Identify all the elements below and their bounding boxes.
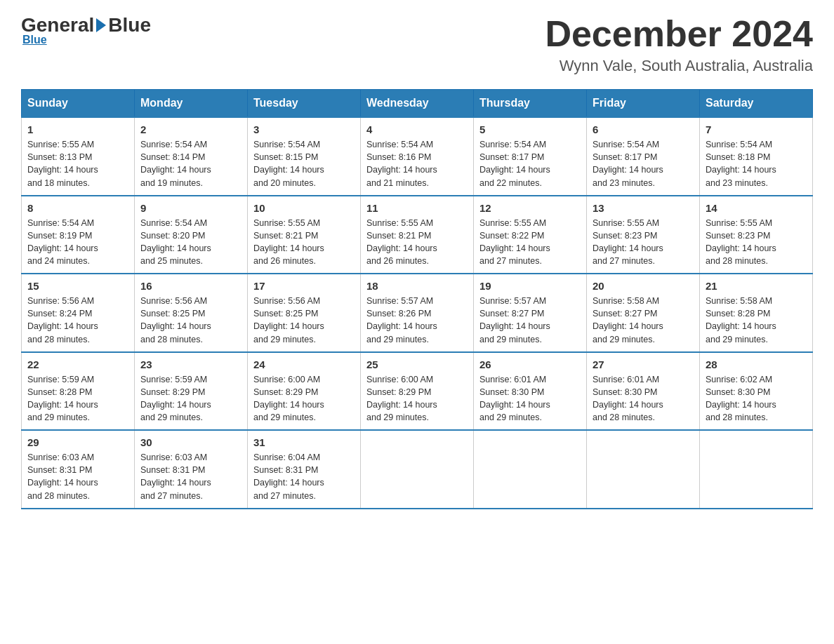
day-number: 9 — [140, 202, 241, 214]
day-number: 17 — [253, 280, 355, 292]
calendar-header-row: SundayMondayTuesdayWednesdayThursdayFrid… — [22, 90, 813, 118]
day-info: Sunrise: 6:01 AM Sunset: 8:30 PM Dayligh… — [593, 373, 694, 424]
day-info: Sunrise: 5:55 AM Sunset: 8:22 PM Dayligh… — [479, 217, 581, 268]
day-info: Sunrise: 6:04 AM Sunset: 8:31 PM Dayligh… — [253, 451, 355, 502]
day-number: 20 — [593, 280, 694, 292]
day-info: Sunrise: 5:57 AM Sunset: 8:26 PM Dayligh… — [366, 295, 468, 346]
calendar-cell: 8 Sunrise: 5:54 AM Sunset: 8:19 PM Dayli… — [22, 196, 135, 274]
calendar-header-friday: Friday — [587, 90, 700, 118]
day-number: 31 — [253, 436, 355, 448]
day-info: Sunrise: 6:03 AM Sunset: 8:31 PM Dayligh… — [27, 451, 128, 502]
day-info: Sunrise: 5:54 AM Sunset: 8:20 PM Dayligh… — [140, 217, 241, 268]
day-info: Sunrise: 5:54 AM Sunset: 8:18 PM Dayligh… — [706, 138, 807, 189]
day-info: Sunrise: 5:55 AM Sunset: 8:13 PM Dayligh… — [27, 138, 128, 189]
calendar-cell: 4 Sunrise: 5:54 AM Sunset: 8:16 PM Dayli… — [361, 117, 474, 196]
day-info: Sunrise: 6:01 AM Sunset: 8:30 PM Dayligh… — [479, 373, 581, 424]
day-number: 22 — [27, 358, 128, 370]
day-number: 7 — [706, 123, 807, 135]
day-number: 8 — [27, 202, 128, 214]
calendar-cell: 5 Sunrise: 5:54 AM Sunset: 8:17 PM Dayli… — [474, 117, 587, 196]
calendar-cell: 10 Sunrise: 5:55 AM Sunset: 8:21 PM Dayl… — [248, 196, 361, 274]
calendar-cell — [700, 430, 813, 509]
day-info: Sunrise: 5:56 AM Sunset: 8:25 PM Dayligh… — [140, 295, 241, 346]
day-info: Sunrise: 5:56 AM Sunset: 8:24 PM Dayligh… — [27, 295, 128, 346]
day-number: 6 — [593, 123, 694, 135]
logo: General Blue Blue — [21, 14, 151, 46]
day-number: 10 — [253, 202, 355, 214]
day-info: Sunrise: 5:59 AM Sunset: 8:29 PM Dayligh… — [140, 373, 241, 424]
day-info: Sunrise: 5:55 AM Sunset: 8:21 PM Dayligh… — [366, 217, 468, 268]
day-number: 30 — [140, 436, 241, 448]
calendar-cell: 14 Sunrise: 5:55 AM Sunset: 8:23 PM Dayl… — [700, 196, 813, 274]
calendar-cell: 26 Sunrise: 6:01 AM Sunset: 8:30 PM Dayl… — [474, 352, 587, 431]
title-section: December 2024 Wynn Vale, South Australia… — [545, 14, 813, 75]
day-number: 2 — [140, 123, 241, 135]
day-number: 13 — [593, 202, 694, 214]
day-info: Sunrise: 5:55 AM Sunset: 8:21 PM Dayligh… — [253, 217, 355, 268]
day-info: Sunrise: 5:55 AM Sunset: 8:23 PM Dayligh… — [706, 217, 807, 268]
day-number: 3 — [253, 123, 355, 135]
calendar-cell: 17 Sunrise: 5:56 AM Sunset: 8:25 PM Dayl… — [248, 274, 361, 352]
calendar-cell: 18 Sunrise: 5:57 AM Sunset: 8:26 PM Dayl… — [361, 274, 474, 352]
day-info: Sunrise: 5:54 AM Sunset: 8:19 PM Dayligh… — [27, 217, 128, 268]
day-number: 23 — [140, 358, 241, 370]
day-info: Sunrise: 5:59 AM Sunset: 8:28 PM Dayligh… — [27, 373, 128, 424]
calendar-cell: 30 Sunrise: 6:03 AM Sunset: 8:31 PM Dayl… — [135, 430, 248, 509]
calendar-week-row: 22 Sunrise: 5:59 AM Sunset: 8:28 PM Dayl… — [22, 352, 813, 431]
day-number: 26 — [479, 358, 581, 370]
day-number: 15 — [27, 280, 128, 292]
day-info: Sunrise: 6:03 AM Sunset: 8:31 PM Dayligh… — [140, 451, 241, 502]
day-number: 5 — [479, 123, 581, 135]
day-number: 21 — [706, 280, 807, 292]
calendar-header-wednesday: Wednesday — [361, 90, 474, 118]
calendar-week-row: 1 Sunrise: 5:55 AM Sunset: 8:13 PM Dayli… — [22, 117, 813, 196]
calendar-cell: 16 Sunrise: 5:56 AM Sunset: 8:25 PM Dayl… — [135, 274, 248, 352]
calendar-cell: 7 Sunrise: 5:54 AM Sunset: 8:18 PM Dayli… — [700, 117, 813, 196]
calendar-header-sunday: Sunday — [22, 90, 135, 118]
calendar-cell: 9 Sunrise: 5:54 AM Sunset: 8:20 PM Dayli… — [135, 196, 248, 274]
day-number: 28 — [706, 358, 807, 370]
calendar-cell — [587, 430, 700, 509]
day-number: 16 — [140, 280, 241, 292]
calendar-week-row: 8 Sunrise: 5:54 AM Sunset: 8:19 PM Dayli… — [22, 196, 813, 274]
calendar-cell: 23 Sunrise: 5:59 AM Sunset: 8:29 PM Dayl… — [135, 352, 248, 431]
calendar-cell: 22 Sunrise: 5:59 AM Sunset: 8:28 PM Dayl… — [22, 352, 135, 431]
day-number: 1 — [27, 123, 128, 135]
calendar-cell: 12 Sunrise: 5:55 AM Sunset: 8:22 PM Dayl… — [474, 196, 587, 274]
day-info: Sunrise: 5:54 AM Sunset: 8:15 PM Dayligh… — [253, 138, 355, 189]
day-info: Sunrise: 5:54 AM Sunset: 8:17 PM Dayligh… — [593, 138, 694, 189]
logo-blue-text: Blue — [108, 14, 151, 36]
day-number: 11 — [366, 202, 468, 214]
day-number: 18 — [366, 280, 468, 292]
day-info: Sunrise: 6:00 AM Sunset: 8:29 PM Dayligh… — [253, 373, 355, 424]
day-info: Sunrise: 6:00 AM Sunset: 8:29 PM Dayligh… — [366, 373, 468, 424]
day-info: Sunrise: 5:54 AM Sunset: 8:17 PM Dayligh… — [479, 138, 581, 189]
day-number: 25 — [366, 358, 468, 370]
day-number: 14 — [706, 202, 807, 214]
day-number: 27 — [593, 358, 694, 370]
day-info: Sunrise: 5:58 AM Sunset: 8:28 PM Dayligh… — [706, 295, 807, 346]
calendar-cell: 1 Sunrise: 5:55 AM Sunset: 8:13 PM Dayli… — [22, 117, 135, 196]
calendar-table: SundayMondayTuesdayWednesdayThursdayFrid… — [21, 89, 813, 509]
day-info: Sunrise: 5:55 AM Sunset: 8:23 PM Dayligh… — [593, 217, 694, 268]
day-info: Sunrise: 5:58 AM Sunset: 8:27 PM Dayligh… — [593, 295, 694, 346]
calendar-cell: 2 Sunrise: 5:54 AM Sunset: 8:14 PM Dayli… — [135, 117, 248, 196]
location-title: Wynn Vale, South Australia, Australia — [545, 57, 813, 75]
calendar-cell: 31 Sunrise: 6:04 AM Sunset: 8:31 PM Dayl… — [248, 430, 361, 509]
calendar-cell: 25 Sunrise: 6:00 AM Sunset: 8:29 PM Dayl… — [361, 352, 474, 431]
calendar-header-thursday: Thursday — [474, 90, 587, 118]
day-number: 24 — [253, 358, 355, 370]
calendar-cell — [474, 430, 587, 509]
calendar-cell: 21 Sunrise: 5:58 AM Sunset: 8:28 PM Dayl… — [700, 274, 813, 352]
calendar-header-tuesday: Tuesday — [248, 90, 361, 118]
day-number: 4 — [366, 123, 468, 135]
day-info: Sunrise: 5:57 AM Sunset: 8:27 PM Dayligh… — [479, 295, 581, 346]
calendar-cell: 28 Sunrise: 6:02 AM Sunset: 8:30 PM Dayl… — [700, 352, 813, 431]
calendar-cell — [361, 430, 474, 509]
day-info: Sunrise: 6:02 AM Sunset: 8:30 PM Dayligh… — [706, 373, 807, 424]
calendar-cell: 6 Sunrise: 5:54 AM Sunset: 8:17 PM Dayli… — [587, 117, 700, 196]
logo-underline: Blue — [22, 34, 47, 46]
day-number: 12 — [479, 202, 581, 214]
calendar-cell: 27 Sunrise: 6:01 AM Sunset: 8:30 PM Dayl… — [587, 352, 700, 431]
calendar-header-monday: Monday — [135, 90, 248, 118]
